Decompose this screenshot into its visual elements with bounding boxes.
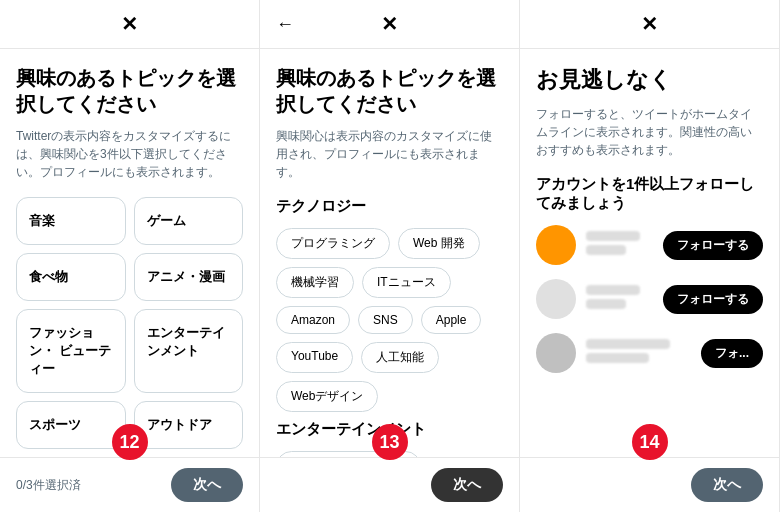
chip-SNS[interactable]: SNS bbox=[358, 306, 413, 334]
step-badge-13: 13 bbox=[372, 424, 408, 460]
chips-row: プログラミングWeb 開発機械学習ITニュースAmazonSNSAppleYou… bbox=[276, 228, 503, 412]
panel-3-desc: フォローすると、ツイートがホームタイムラインに表示されます。関連性の高いおすすめ… bbox=[536, 105, 763, 159]
panel-1-content: 興味のあるトピックを選択してください Twitterの表示内容をカスタマイズする… bbox=[0, 49, 259, 457]
panel-1-footer: 0/3件選択済 次へ bbox=[0, 457, 259, 512]
x-logo-3: ✕ bbox=[641, 12, 658, 36]
account-row: フォローする bbox=[536, 279, 763, 319]
topic-card-food[interactable]: 食べ物 bbox=[16, 253, 126, 301]
section-title: テクノロジー bbox=[276, 197, 503, 216]
avatar bbox=[536, 333, 576, 373]
step-badge-12: 12 bbox=[112, 424, 148, 460]
back-button[interactable]: ← bbox=[276, 14, 294, 35]
account-name-blur bbox=[586, 285, 640, 295]
account-name-blur bbox=[586, 231, 640, 241]
panel-2-desc: 興味関心は表示内容のカスタマイズに使用され、プロフィールにも表示されます。 bbox=[276, 127, 503, 181]
topic-card-games[interactable]: ゲーム bbox=[134, 197, 244, 245]
follow-button-acc1[interactable]: フォローする bbox=[663, 231, 763, 260]
chip-YouTube[interactable]: YouTube bbox=[276, 342, 353, 373]
panel-1: ✕ 興味のあるトピックを選択してください Twitterの表示内容をカスタマイズ… bbox=[0, 0, 260, 512]
follow-button-acc2[interactable]: フォローする bbox=[663, 285, 763, 314]
follow-button-acc3[interactable]: フォ... bbox=[701, 339, 763, 368]
next-button-3[interactable]: 次へ bbox=[691, 468, 763, 502]
account-info bbox=[586, 285, 653, 313]
topic-card-fashion[interactable]: ファッション・ ビューティー bbox=[16, 309, 126, 393]
account-name-blur bbox=[586, 339, 670, 349]
panel-3-content: お見逃しなく フォローすると、ツイートがホームタイムラインに表示されます。関連性… bbox=[520, 49, 779, 457]
panel-1-title: 興味のあるトピックを選択してください bbox=[16, 65, 243, 117]
chip-Web-開発[interactable]: Web 開発 bbox=[398, 228, 480, 259]
topic-card-entertainment[interactable]: エンターテインメント bbox=[134, 309, 244, 393]
account-row: フォローする bbox=[536, 225, 763, 265]
topics-grid: 音楽ゲーム食べ物アニメ・漫画ファッション・ ビューティーエンターテインメントスポ… bbox=[16, 197, 243, 457]
panel-1-desc: Twitterの表示内容をカスタマイズするには、興味関心を3件以下選択してくださ… bbox=[16, 127, 243, 181]
chip-Amazon[interactable]: Amazon bbox=[276, 306, 350, 334]
panel-2-footer: 次へ bbox=[260, 457, 519, 512]
account-info bbox=[586, 231, 653, 259]
follow-section-title: アカウントを1件以上フォローしてみましょう bbox=[536, 175, 763, 213]
account-handle-blur bbox=[586, 299, 626, 309]
avatar bbox=[536, 225, 576, 265]
selection-count: 0/3件選択済 bbox=[16, 477, 81, 494]
next-button-1[interactable]: 次へ bbox=[171, 468, 243, 502]
account-row: フォ... bbox=[536, 333, 763, 373]
chip-機械学習[interactable]: 機械学習 bbox=[276, 267, 354, 298]
next-button-2[interactable]: 次へ bbox=[431, 468, 503, 502]
panel-3-header: ✕ bbox=[520, 0, 779, 49]
panel-2: ← ✕ 興味のあるトピックを選択してください 興味関心は表示内容のカスタマイズに… bbox=[260, 0, 520, 512]
avatar bbox=[536, 279, 576, 319]
x-logo-2: ✕ bbox=[381, 12, 398, 36]
topic-card-anime[interactable]: アニメ・漫画 bbox=[134, 253, 244, 301]
panel-3-title: お見逃しなく bbox=[536, 65, 763, 95]
chip-人工知能[interactable]: 人工知能 bbox=[361, 342, 439, 373]
panel-2-header: ← ✕ bbox=[260, 0, 519, 49]
chip-Apple[interactable]: Apple bbox=[421, 306, 482, 334]
panel-2-title: 興味のあるトピックを選択してください bbox=[276, 65, 503, 117]
account-handle-blur bbox=[586, 353, 649, 363]
accounts-list: フォローするフォローするフォ... bbox=[536, 225, 763, 373]
chip-プログラミング[interactable]: プログラミング bbox=[276, 228, 390, 259]
topic-card-sports[interactable]: スポーツ bbox=[16, 401, 126, 449]
step-badge-14: 14 bbox=[632, 424, 668, 460]
panel-3-footer: 次へ bbox=[520, 457, 779, 512]
topic-card-music[interactable]: 音楽 bbox=[16, 197, 126, 245]
chip-Webデザイン[interactable]: Webデザイン bbox=[276, 381, 378, 412]
panel-3: ✕ お見逃しなく フォローすると、ツイートがホームタイムラインに表示されます。関… bbox=[520, 0, 780, 512]
topic-card-outdoor[interactable]: アウトドア bbox=[134, 401, 244, 449]
panel-1-header: ✕ bbox=[0, 0, 259, 49]
x-logo-1: ✕ bbox=[121, 12, 138, 36]
topic-sections: テクノロジープログラミングWeb 開発機械学習ITニュースAmazonSNSAp… bbox=[276, 197, 503, 457]
chip-ITニュース[interactable]: ITニュース bbox=[362, 267, 451, 298]
account-handle-blur bbox=[586, 245, 626, 255]
panel-2-content: 興味のあるトピックを選択してください 興味関心は表示内容のカスタマイズに使用され… bbox=[260, 49, 519, 457]
account-info bbox=[586, 339, 691, 367]
